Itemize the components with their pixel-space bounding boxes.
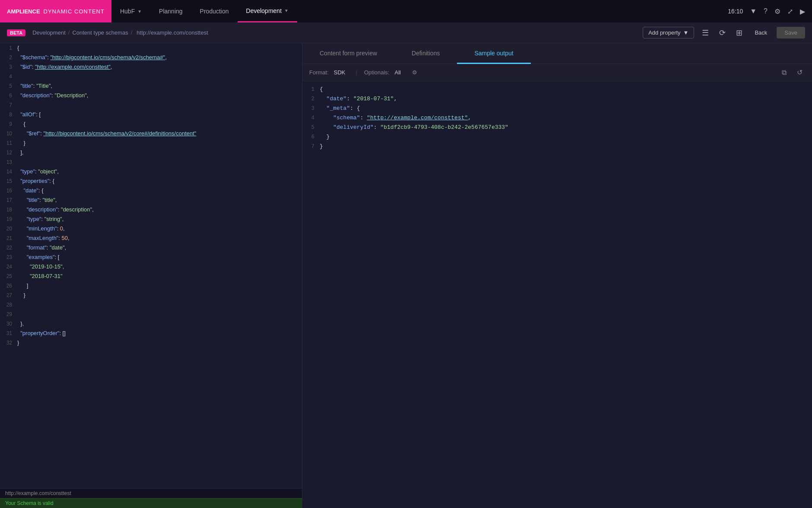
top-navigation: AMPLIENCE DYNAMIC CONTENT HubF ▼ Plannin… [0,0,812,22]
output-line-content: } [320,142,812,151]
output-line-number: 1 [302,85,320,94]
editor-line: 3 "$id": "http://example.com/consttest", [0,62,302,72]
development-caret-icon: ▼ [284,8,289,13]
nav-time-caret-icon[interactable]: ▼ [750,7,757,15]
editor-line: 6 "description": "Description", [0,91,302,100]
output-line-content: "deliveryId": "b1df2cb9-4793-408c-b242-2… [320,123,812,132]
brand-logo: AMPLIENCE DYNAMIC CONTENT [0,0,111,22]
user-icon[interactable]: ▶ [800,7,805,16]
editor-line: 31 "propertyOrder": [] [0,329,302,338]
output-line-number: 5 [302,123,320,132]
line-content: "minLength": 0, [17,224,302,233]
editor-line: 21 "maxLength": 50, [0,233,302,243]
line-content: "type": "string", [17,214,302,224]
tab-sample-output[interactable]: Sample output [457,43,530,64]
line-number: 18 [0,205,17,214]
nav-item-hubf[interactable]: HubF ▼ [111,0,150,22]
hubf-caret-icon: ▼ [137,9,142,14]
nav-item-production[interactable]: Production [191,0,238,22]
editor-line: 10 "$ref": "http://bigcontent.io/cms/sch… [0,129,302,138]
breadcrumb: Development / Content type schemas / htt… [32,29,208,36]
editor-line: 27 } [0,291,302,300]
editor-line: 17 "title": "title", [0,195,302,205]
beta-badge: BETA [7,29,25,36]
save-button[interactable]: Save [777,27,805,38]
line-number: 29 [0,310,17,319]
settings-icon[interactable]: ⚙ [774,7,780,16]
editor-line: 25 "2018-07-31" [0,272,302,281]
format-value[interactable]: SDK [334,69,346,76]
nav-items: HubF ▼ Planning Production Development ▼ [111,0,721,22]
sub-navigation: BETA Development / Content type schemas … [0,22,812,43]
editor-line: 8 "allOf": [ [0,110,302,119]
line-content: { [17,119,302,129]
tab-content-form-preview[interactable]: Content form preview [302,43,394,64]
external-link-icon[interactable]: ⤢ [787,7,793,16]
line-number: 1 [0,43,17,53]
line-content: } [17,138,302,148]
line-number: 8 [0,110,17,119]
format-label: Format: [309,69,329,76]
line-number: 25 [0,272,17,281]
code-editor[interactable]: 1{2 "$schema": "http://bigcontent.io/cms… [0,43,302,488]
line-content: "$schema": "http://bigcontent.io/cms/sch… [17,53,302,62]
output-line: 4 "schema": "http://example.com/consttes… [302,113,812,123]
breadcrumb-development[interactable]: Development [32,29,66,36]
tab-definitions[interactable]: Definitions [394,43,457,64]
nav-time: 16:10 [728,8,743,15]
line-number: 14 [0,167,17,176]
editor-line: 4 [0,72,302,81]
output-line-number: 4 [302,113,320,123]
line-number: 12 [0,148,17,157]
add-property-caret-icon: ▼ [683,29,689,36]
breadcrumb-sep-2: / [131,29,133,36]
breadcrumb-content-type-schemas[interactable]: Content type schemas [72,29,128,36]
editor-line: 24 "2019-10-15", [0,262,302,272]
output-line-content: } [320,132,812,142]
editor-line: 2 "$schema": "http://bigcontent.io/cms/s… [0,53,302,62]
refresh-icon[interactable]: ↺ [794,67,805,77]
optionals-value[interactable]: All [394,69,400,76]
editor-line: 26 ] [0,281,302,291]
line-number: 10 [0,129,17,138]
breadcrumb-url: http://example.com/consttest [136,29,208,36]
view-toggle-list-icon[interactable]: ☰ [699,26,711,39]
line-content: "type": "object", [17,167,302,176]
status-url-bar: http://example.com/consttest [0,488,302,498]
preview-tabs: Content form preview Definitions Sample … [302,43,812,64]
line-content: "2018-07-31" [17,272,302,281]
back-button[interactable]: Back [750,27,771,38]
line-number: 28 [0,300,17,310]
editor-line: 32} [0,338,302,348]
line-content: "description": "description", [17,205,302,214]
history-icon[interactable]: ⟳ [717,26,728,39]
layout-icon[interactable]: ⊞ [733,26,745,39]
editor-line: 14 "type": "object", [0,167,302,176]
line-number: 30 [0,319,17,329]
brand-amplience: AMPLIENCE [7,8,40,15]
line-number: 13 [0,157,17,167]
line-number: 5 [0,81,17,91]
output-line-number: 3 [302,104,320,113]
help-icon[interactable]: ? [764,7,768,15]
nav-item-planning[interactable]: Planning [150,0,191,22]
nav-item-development[interactable]: Development ▼ [238,0,297,22]
add-property-button[interactable]: Add property ▼ [643,27,694,38]
filter-options-icon[interactable]: ⚙ [409,68,420,77]
line-number: 2 [0,53,17,62]
preview-toolbar: Format: SDK | Optionals: All ⚙ ⧉ ↺ [302,64,812,81]
status-valid-bar: Your Schema is valid [0,498,302,508]
line-content: ], [17,148,302,157]
line-content: } [17,291,302,300]
preview-pane: Content form preview Definitions Sample … [302,43,812,508]
output-line: 6 } [302,132,812,142]
line-number: 27 [0,291,17,300]
editor-line: 11 } [0,138,302,148]
editor-pane: 1{2 "$schema": "http://bigcontent.io/cms… [0,43,302,508]
output-line-number: 7 [302,142,320,151]
toolbar-right: Add property ▼ ☰ ⟳ ⊞ Back Save [643,26,805,39]
line-content: "examples": [ [17,252,302,262]
output-line: 2 "date": "2018-07-31", [302,94,812,104]
output-line-content: "schema": "http://example.com/consttest"… [320,113,812,123]
copy-icon[interactable]: ⧉ [779,68,789,77]
